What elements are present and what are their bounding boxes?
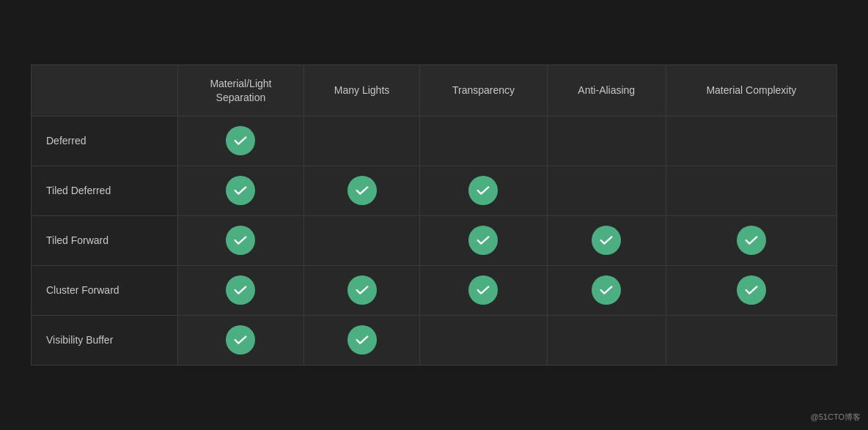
cell-4-1	[304, 315, 419, 365]
header-anti-aliasing: Anti-Aliasing	[547, 65, 666, 116]
check-icon	[226, 325, 255, 355]
row-label: Tiled Deferred	[32, 166, 178, 215]
row-label: Cluster Forward	[32, 265, 178, 315]
check-icon	[347, 275, 377, 305]
cell-4-0	[178, 315, 304, 365]
cell-2-1	[304, 215, 419, 265]
cell-3-4	[666, 265, 836, 315]
check-icon	[468, 176, 498, 205]
cell-1-2	[420, 166, 548, 215]
header-material-complexity: Material Complexity	[666, 65, 836, 116]
cell-3-1	[304, 265, 419, 315]
row-label: Visibility Buffer	[32, 315, 178, 365]
check-icon	[347, 176, 377, 205]
table-row: Visibility Buffer	[32, 315, 837, 365]
header-transparency: Transparency	[420, 65, 548, 116]
cell-0-1	[304, 116, 419, 166]
check-icon	[226, 176, 255, 205]
cell-4-3	[547, 315, 666, 365]
check-icon	[226, 226, 255, 255]
cell-1-4	[666, 166, 836, 215]
cell-2-2	[420, 215, 548, 265]
table-row: Cluster Forward	[32, 265, 837, 315]
check-icon	[468, 226, 498, 255]
cell-0-2	[420, 116, 548, 166]
check-icon	[592, 275, 621, 305]
cell-4-2	[420, 315, 548, 365]
check-icon	[737, 275, 766, 305]
check-icon	[226, 275, 255, 305]
cell-2-4	[666, 215, 836, 265]
cell-2-3	[547, 215, 666, 265]
cell-4-4	[666, 315, 836, 365]
check-icon	[592, 226, 621, 255]
comparison-table: Material/LightSeparation Many Lights Tra…	[31, 64, 837, 365]
cell-0-0	[178, 116, 304, 166]
table-row: Deferred	[32, 116, 837, 166]
cell-1-0	[178, 166, 304, 215]
cell-2-0	[178, 215, 304, 265]
header-material-light: Material/LightSeparation	[178, 65, 304, 116]
table-row: Tiled Deferred	[32, 166, 837, 215]
table-row: Tiled Forward	[32, 215, 837, 265]
check-icon	[347, 325, 377, 355]
main-container: Material/LightSeparation Many Lights Tra…	[31, 64, 837, 365]
check-icon	[468, 275, 498, 305]
cell-0-4	[666, 116, 836, 166]
check-icon	[737, 226, 766, 255]
row-label: Deferred	[32, 116, 178, 166]
cell-3-2	[420, 265, 548, 315]
cell-3-3	[547, 265, 666, 315]
cell-1-3	[547, 166, 666, 215]
cell-0-3	[547, 116, 666, 166]
header-empty	[32, 65, 178, 116]
watermark: @51CTO博客	[811, 412, 861, 423]
header-many-lights: Many Lights	[304, 65, 419, 116]
cell-3-0	[178, 265, 304, 315]
check-icon	[226, 126, 255, 155]
cell-1-1	[304, 166, 419, 215]
row-label: Tiled Forward	[32, 215, 178, 265]
